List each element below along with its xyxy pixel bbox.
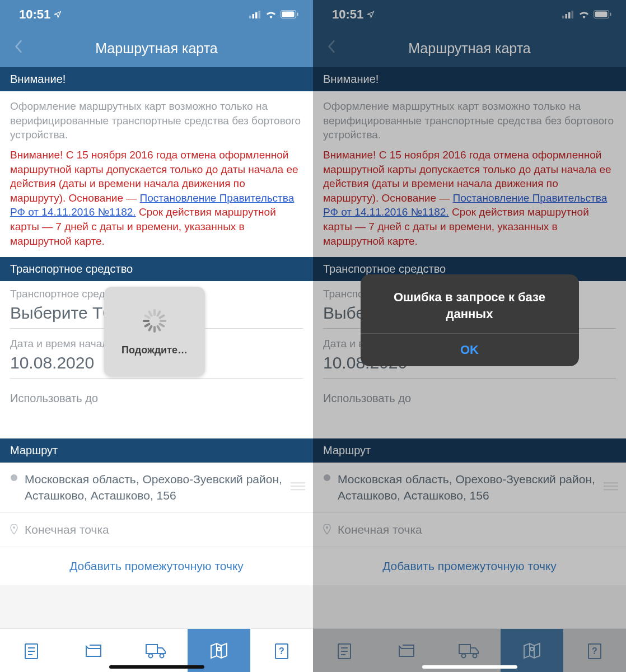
tab-doc[interactable] [313, 629, 376, 672]
alert-ok-button[interactable]: OK [361, 334, 579, 366]
svg-text:?: ? [592, 646, 597, 656]
location-icon [54, 7, 62, 22]
svg-rect-2 [255, 12, 258, 18]
tab-help[interactable]: ? [250, 629, 313, 672]
svg-rect-23 [566, 14, 568, 18]
alert-title: Ошибка в запросе к базе данных [374, 289, 566, 322]
add-waypoint-button[interactable]: Добавить промежуточную точку [313, 547, 626, 585]
battery-icon [594, 7, 611, 22]
route-start-text: Московская область, Орехово-Зуевский рай… [338, 472, 616, 503]
info-text-gray: Оформление маршрутных карт возможно толь… [10, 99, 303, 142]
phone-screen-loading: 10:51 Маршрутная карта Внимание! Оформле… [0, 0, 313, 672]
home-indicator[interactable] [422, 665, 517, 669]
route-end-placeholder: Конечная точка [338, 522, 616, 538]
svg-rect-10 [291, 489, 305, 491]
svg-point-41 [530, 647, 534, 651]
home-indicator[interactable] [109, 665, 204, 669]
page-title: Маршрутная карта [0, 40, 313, 57]
battery-icon [281, 7, 298, 22]
svg-rect-31 [604, 486, 618, 487]
svg-rect-38 [459, 645, 470, 654]
svg-rect-5 [282, 12, 295, 17]
svg-rect-0 [249, 16, 251, 18]
svg-point-19 [217, 647, 221, 651]
info-box: Оформление маршрутных карт возможно толь… [313, 91, 626, 257]
info-text-gray: Оформление маршрутных карт возможно толь… [323, 99, 616, 142]
back-button[interactable] [9, 36, 28, 60]
svg-rect-25 [572, 11, 574, 18]
route-end-item[interactable]: Конечная точка [0, 513, 313, 547]
svg-rect-32 [604, 489, 618, 491]
section-route: Маршрут [313, 438, 626, 463]
wifi-icon [578, 7, 590, 22]
svg-text:?: ? [279, 646, 284, 656]
add-waypoint-button[interactable]: Добавить промежуточную точку [0, 547, 313, 585]
cellular-icon [562, 7, 574, 22]
route-end-placeholder: Конечная точка [25, 522, 303, 538]
use-until-field[interactable]: Использовать до [313, 381, 626, 438]
svg-rect-24 [568, 12, 571, 18]
drag-handle-icon[interactable] [291, 482, 305, 493]
page-title: Маршрутная карта [313, 40, 626, 57]
status-time: 10:51 [332, 7, 363, 22]
tab-doc[interactable] [0, 629, 63, 672]
dot-icon [323, 474, 331, 484]
svg-rect-6 [297, 13, 298, 16]
route-start-item[interactable]: Московская область, Орехово-Зуевский рай… [313, 463, 626, 513]
wifi-icon [265, 7, 277, 22]
route-end-item[interactable]: Конечная точка [313, 513, 626, 547]
use-until-field[interactable]: Использовать до [0, 381, 313, 438]
header: Маршрутная карта [313, 29, 626, 67]
section-attention: Внимание! [0, 67, 313, 91]
spinner-icon [141, 307, 168, 334]
svg-rect-28 [610, 13, 611, 16]
section-attention: Внимание! [313, 67, 626, 91]
svg-point-17 [149, 654, 153, 657]
svg-rect-22 [562, 16, 564, 18]
phone-screen-error: 10:51 Маршрутная карта Внимание! Оформле… [313, 0, 626, 672]
svg-rect-8 [291, 482, 305, 484]
svg-point-11 [13, 526, 15, 529]
error-alert: Ошибка в запросе к базе данных OK [361, 274, 579, 366]
loading-modal: Подождите… [104, 287, 205, 376]
location-icon [367, 7, 375, 22]
svg-rect-3 [259, 11, 261, 18]
drag-handle-icon[interactable] [604, 482, 618, 493]
svg-point-7 [11, 474, 17, 481]
status-time: 10:51 [19, 7, 50, 22]
svg-point-33 [326, 526, 328, 529]
svg-point-18 [160, 654, 164, 657]
info-text-red: Внимание! С 15 ноября 2016 года отмена о… [10, 148, 303, 248]
svg-rect-30 [604, 482, 618, 484]
section-route: Маршрут [0, 438, 313, 463]
svg-rect-1 [253, 14, 255, 18]
loading-text: Подождите… [122, 344, 188, 356]
route-start-item[interactable]: Московская область, Орехово-Зуевский рай… [0, 463, 313, 513]
svg-point-40 [473, 654, 477, 657]
info-box: Оформление маршрутных карт возможно толь… [0, 91, 313, 257]
status-bar: 10:51 [0, 0, 313, 29]
svg-rect-27 [595, 12, 608, 17]
svg-rect-16 [146, 645, 157, 654]
section-vehicle: Транспортное средство [0, 257, 313, 281]
info-text-red: Внимание! С 15 ноября 2016 года отмена о… [323, 148, 616, 248]
svg-point-29 [324, 474, 330, 481]
status-bar: 10:51 [313, 0, 626, 29]
svg-rect-9 [291, 486, 305, 487]
dot-icon [10, 474, 18, 484]
pin-icon [10, 524, 18, 536]
tab-help[interactable]: ? [563, 629, 626, 672]
cellular-icon [249, 7, 261, 22]
pin-icon [323, 524, 331, 536]
route-start-text: Московская область, Орехово-Зуевский рай… [25, 472, 303, 503]
back-button[interactable] [322, 36, 341, 60]
header: Маршрутная карта [0, 29, 313, 67]
svg-point-39 [462, 654, 466, 657]
